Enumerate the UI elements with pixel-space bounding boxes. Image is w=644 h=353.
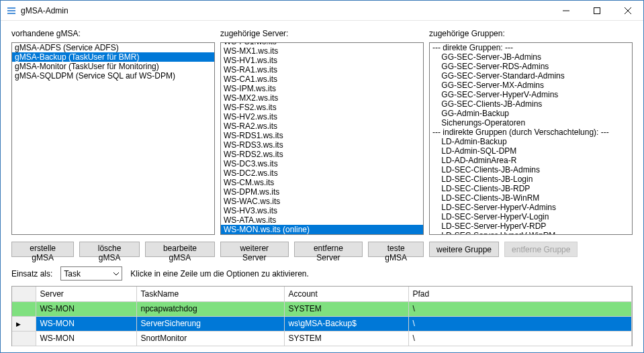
- list-item[interactable]: GG-SEC-Clients-JB-Admins: [430, 99, 632, 109]
- list-item[interactable]: WS-HV3.ws.its: [221, 206, 423, 215]
- test-gmsa-button[interactable]: teste gMSA: [368, 242, 424, 257]
- cell-account[interactable]: SYSTEM: [284, 331, 408, 346]
- list-item[interactable]: WS-RA2.ws.its: [221, 121, 423, 131]
- window-buttons: [551, 1, 643, 20]
- close-button[interactable]: [612, 1, 643, 20]
- servers-column: zugehörige Server: WS-DC1.ws.itsWS-FS1.w…: [220, 29, 424, 257]
- list-item[interactable]: WS-RDS1.ws.its: [221, 131, 423, 140]
- cell-server[interactable]: WS-MON: [36, 301, 136, 316]
- groups-label: zugehörige Gruppen:: [429, 29, 633, 38]
- list-item[interactable]: WS-MON.ws.its (online): [221, 225, 423, 234]
- cell-server[interactable]: WS-MON: [36, 316, 136, 331]
- table-row[interactable]: WS-MONServerSicherungws\gMSA-Backup$\: [12, 316, 632, 331]
- list-item[interactable]: GG-SEC-Server-JB-Admins: [430, 52, 632, 62]
- list-item[interactable]: WS-DC2.ws.its: [221, 168, 423, 178]
- cell-path[interactable]: \: [408, 331, 632, 346]
- minimize-button[interactable]: [551, 1, 582, 20]
- cell-account[interactable]: SYSTEM: [284, 301, 408, 316]
- app-icon: [6, 5, 17, 16]
- list-item[interactable]: --- indirekte Gruppen (durch Verschachte…: [430, 128, 632, 137]
- maximize-button[interactable]: [582, 1, 612, 20]
- list-item[interactable]: gMSA-Backup (TaskUser für BMR): [12, 52, 214, 62]
- list-item[interactable]: gMSA-ADFS (Service ADFS): [12, 43, 214, 52]
- list-item[interactable]: LD-AD-AdminArea-R: [430, 156, 632, 165]
- servers-listbox[interactable]: WS-DC1.ws.itsWS-FS1.ws.itsWS-MX1.ws.itsW…: [220, 42, 424, 235]
- cell-path[interactable]: \: [408, 301, 632, 316]
- chevron-down-icon: [113, 269, 119, 279]
- list-item[interactable]: GG-Admin-Backup: [430, 109, 632, 118]
- cell-path[interactable]: \: [408, 316, 632, 331]
- col-path[interactable]: Pfad: [408, 287, 632, 301]
- tasks-grid[interactable]: Server TaskName Account Pfad WS-MONnpcap…: [11, 286, 633, 346]
- list-item[interactable]: Sicherungs-Operatoren: [430, 118, 632, 128]
- window-title: gMSA-Admin: [21, 6, 551, 15]
- remove-group-button: entferne Gruppe: [504, 242, 578, 257]
- list-item[interactable]: LD-SEC-Clients-JB-WinRM: [430, 193, 632, 203]
- list-item[interactable]: LD-SEC-Clients-JB-RDP: [430, 184, 632, 193]
- row-header[interactable]: [12, 331, 36, 346]
- cell-account[interactable]: ws\gMSA-Backup$: [284, 316, 408, 331]
- usage-hint: Klicke in eine Zeile um die Optionen zu …: [130, 269, 308, 279]
- servers-label: zugehörige Server:: [220, 29, 424, 38]
- list-item[interactable]: WS-WAC.ws.its: [221, 197, 423, 206]
- edit-gmsa-button[interactable]: bearbeite gMSA: [145, 242, 215, 257]
- col-account[interactable]: Account: [284, 287, 408, 301]
- grid-corner: [12, 287, 36, 301]
- groups-listbox[interactable]: --- direkte Gruppen: --- GG-SEC-Server-J…: [429, 42, 633, 235]
- list-item[interactable]: LD-SEC-Server-HyperV-Login: [430, 212, 632, 221]
- list-item[interactable]: WS-IPM.ws.its: [221, 84, 423, 93]
- list-item[interactable]: WS-ATA.ws.its: [221, 215, 423, 225]
- list-item[interactable]: WS-RA1.ws.its: [221, 65, 423, 74]
- cell-task[interactable]: ServerSicherung: [136, 316, 284, 331]
- remove-server-button[interactable]: entferne Server: [294, 242, 363, 257]
- list-item[interactable]: WS-FS2.ws.its: [221, 103, 423, 112]
- list-item[interactable]: GG-SEC-Server-RDS-Admins: [430, 62, 632, 71]
- cell-task[interactable]: npcapwatchdog: [136, 301, 284, 316]
- gmsa-column: vorhandene gMSA: gMSA-ADFS (Service ADFS…: [11, 29, 215, 257]
- list-item[interactable]: GG-SEC-Server-MX-Admins: [430, 81, 632, 90]
- table-row[interactable]: WS-MONSnortMonitorSYSTEM\: [12, 331, 632, 346]
- list-item[interactable]: WS-RDS3.ws.its: [221, 140, 423, 150]
- list-item[interactable]: LD-Admin-Backup: [430, 137, 632, 146]
- cell-server[interactable]: WS-MON: [36, 331, 136, 346]
- grid-header-row: Server TaskName Account Pfad: [12, 287, 632, 301]
- list-item[interactable]: gMSA-SQLDPM (Service SQL auf WS-DPM): [12, 71, 214, 81]
- cell-task[interactable]: SnortMonitor: [136, 331, 284, 346]
- gmsa-listbox[interactable]: gMSA-ADFS (Service ADFS)gMSA-Backup (Tas…: [11, 42, 215, 235]
- usage-label: Einsatz als:: [11, 269, 52, 279]
- create-gmsa-button[interactable]: erstelle gMSA: [11, 242, 74, 257]
- row-header[interactable]: [12, 316, 36, 331]
- list-item[interactable]: WS-HV1.ws.its: [221, 56, 423, 65]
- list-item[interactable]: WS-MX2.ws.its: [221, 93, 423, 103]
- list-item[interactable]: WS-CA1.ws.its: [221, 74, 423, 84]
- add-group-button[interactable]: weitere Gruppe: [429, 242, 499, 257]
- list-item[interactable]: LD-SEC-Clients-JB-Login: [430, 174, 632, 184]
- col-taskname[interactable]: TaskName: [136, 287, 284, 301]
- list-item[interactable]: WS-RDS2.ws.its: [221, 150, 423, 159]
- list-item[interactable]: gMSA-Monitor (TaskUser für Monitoring): [12, 62, 214, 71]
- list-item[interactable]: LD-SEC-Server-HyperV-RDP: [430, 221, 632, 231]
- list-item[interactable]: LD-SEC-Clients-JB-Admins: [430, 165, 632, 174]
- list-item[interactable]: WS-DC3.ws.its: [221, 159, 423, 168]
- list-item[interactable]: WS-HV2.ws.its: [221, 112, 423, 121]
- list-item[interactable]: LD-SEC-Server-HyperV-Admins: [430, 203, 632, 212]
- list-item[interactable]: --- direkte Gruppen: ---: [430, 43, 632, 52]
- row-header[interactable]: [12, 301, 36, 316]
- list-item[interactable]: LD-Admin-SQL-DPM: [430, 146, 632, 156]
- list-item[interactable]: LD-SEC-Server-HyperV-WinRM: [430, 231, 632, 235]
- col-server[interactable]: Server: [36, 287, 136, 301]
- usage-combo-value: Task: [64, 269, 81, 279]
- titlebar: gMSA-Admin: [1, 1, 643, 21]
- list-item[interactable]: WS-DPM.ws.its: [221, 187, 423, 197]
- groups-column: zugehörige Gruppen: --- direkte Gruppen:…: [429, 29, 633, 257]
- usage-combo[interactable]: Task: [60, 266, 122, 281]
- table-row[interactable]: WS-MONnpcapwatchdogSYSTEM\: [12, 301, 632, 316]
- list-item[interactable]: GG-SEC-Server-Standard-Admins: [430, 71, 632, 81]
- list-item[interactable]: GG-SEC-Server-HyperV-Admins: [430, 90, 632, 99]
- gmsa-label: vorhandene gMSA:: [11, 29, 215, 38]
- list-item[interactable]: WS-MX1.ws.its: [221, 46, 423, 56]
- svg-rect-0: [594, 7, 600, 13]
- delete-gmsa-button[interactable]: lösche gMSA: [79, 242, 140, 257]
- list-item[interactable]: WS-CM.ws.its: [221, 178, 423, 187]
- add-server-button[interactable]: weiterer Server: [220, 242, 289, 257]
